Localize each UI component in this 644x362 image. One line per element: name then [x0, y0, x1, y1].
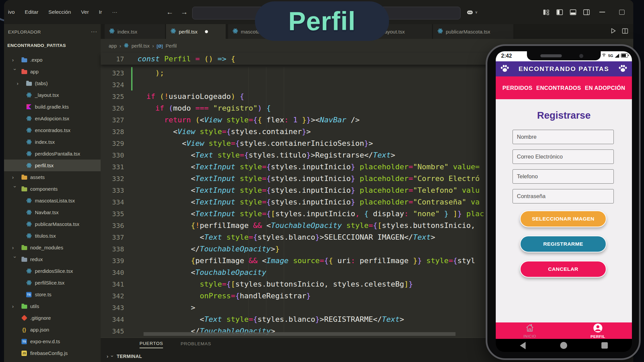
- input-Contraseña[interactable]: Contraseña: [513, 189, 614, 203]
- breadcrumb-symbol[interactable]: Perfil: [166, 43, 177, 49]
- file-utils[interactable]: ›utils: [4, 300, 101, 312]
- file-mascotasLista.tsx[interactable]: mascotasLista.tsx: [4, 195, 101, 206]
- file-perdidosSlice.tsx[interactable]: perdidosSlice.tsx: [4, 265, 101, 277]
- horizontal-scrollbar[interactable]: [144, 332, 455, 336]
- nav-ENCONTRADOS[interactable]: ENCONTRADOS: [536, 85, 581, 91]
- file-label: utils: [30, 303, 39, 309]
- file-perdidosPantalla.tsx[interactable]: perdidosPantalla.tsx: [4, 148, 101, 160]
- menu-item-1[interactable]: Editar: [25, 9, 39, 15]
- android-back-button[interactable]: [520, 342, 526, 349]
- apptab-PERFIL[interactable]: PERFIL: [564, 322, 632, 339]
- file-_layout.tsx[interactable]: _layout.tsx: [4, 89, 101, 101]
- code-token: [222, 116, 226, 124]
- split-editor-icon[interactable]: [622, 27, 629, 36]
- nav-EN ADOPCIÓN[interactable]: EN ADOPCIÓN: [585, 85, 625, 91]
- unsaved-dot-icon[interactable]: [205, 30, 208, 33]
- file-index.tsx[interactable]: index.tsx: [4, 136, 101, 148]
- tree-chevron-icon[interactable]: ›: [12, 68, 18, 77]
- code-token: Image: [266, 256, 288, 265]
- file-app[interactable]: ›app: [4, 66, 101, 77]
- panel-tab-PUERTOS[interactable]: PUERTOS: [140, 341, 163, 348]
- file-Navbar.tsx[interactable]: Navbar.tsx: [4, 206, 101, 218]
- tree-chevron-icon[interactable]: ›: [12, 245, 21, 250]
- nav-PERDIDOS[interactable]: PERDIDOS: [502, 85, 532, 91]
- tab-index.tsx[interactable]: index.tsx: [105, 24, 165, 39]
- file-enAdopcion.tsx[interactable]: enAdopcion.tsx: [4, 113, 101, 124]
- button-cancelar[interactable]: CANCELAR: [520, 261, 606, 278]
- minimize-button[interactable]: [599, 12, 605, 12]
- file-encontrados.tsx[interactable]: encontrados.tsx: [4, 124, 101, 136]
- restore-button[interactable]: [619, 10, 625, 15]
- menu-item-3[interactable]: Ver: [81, 9, 89, 15]
- tree-chevron-icon[interactable]: ›: [12, 57, 21, 63]
- hotspot-icon: [601, 53, 606, 58]
- file-assets[interactable]: ›assets: [4, 171, 101, 183]
- file-expo-env.d.ts[interactable]: TSexpo-env.d.ts: [4, 336, 101, 347]
- code-token: }: [351, 163, 355, 171]
- front-camera: [579, 54, 583, 58]
- file-redux[interactable]: ›redux: [4, 253, 101, 265]
- terminal-section-label[interactable]: TERMINAL: [117, 354, 142, 359]
- tree-chevron-icon[interactable]: ›: [12, 174, 21, 180]
- file-perfilSlice.tsx[interactable]: perfilSlice.tsx: [4, 277, 101, 289]
- button-seleccionar-imagen[interactable]: SELECCIONAR IMAGEN: [520, 210, 606, 227]
- android-home-button[interactable]: [560, 342, 567, 349]
- code-token: =: [409, 198, 413, 206]
- code-token: [422, 256, 426, 265]
- button-registrarme[interactable]: REGISTRARME: [520, 236, 606, 252]
- tree-chevron-icon[interactable]: ›: [12, 186, 18, 194]
- menu-item-5[interactable]: ···: [112, 9, 117, 15]
- file-label: publicarMascota.tsx: [35, 221, 79, 227]
- file-build.gradle.kts[interactable]: build.gradle.kts: [4, 101, 101, 113]
- run-icon[interactable]: [609, 27, 617, 36]
- breadcrumb-folder[interactable]: app: [109, 43, 117, 49]
- input-Nombre[interactable]: Nombre: [513, 130, 614, 144]
- panel-tab-PROBLEMAS[interactable]: PROBLEMAS: [180, 341, 211, 348]
- apptab-INICIO[interactable]: INICIO: [496, 322, 564, 339]
- breadcrumb-file[interactable]: perfil.tsx: [131, 43, 150, 49]
- back-arrow-icon[interactable]: ←: [166, 8, 173, 16]
- android-recents-button[interactable]: [601, 342, 608, 349]
- menu-item-0[interactable]: ivo: [8, 9, 15, 15]
- forward-arrow-icon[interactable]: →: [181, 8, 188, 16]
- input-Correo Electrónico[interactable]: Correo Electrónico: [513, 149, 614, 164]
- code-token: value=: [453, 163, 479, 171]
- file-titulos.tsx[interactable]: titulos.tsx: [4, 230, 101, 242]
- chevron-right-icon[interactable]: ›: [107, 353, 108, 359]
- file-store.ts[interactable]: TSstore.ts: [4, 289, 101, 300]
- copilot-menu[interactable]: ∨: [466, 0, 478, 24]
- menu-item-4[interactable]: Ir: [99, 9, 102, 15]
- react-icon: [170, 28, 176, 35]
- tree-chevron-icon[interactable]: ›: [17, 80, 25, 86]
- file-perfil.tsx[interactable]: perfil.tsx: [4, 160, 101, 171]
- tab-publicarMascota.tsx[interactable]: publicarMascota.tsx: [433, 24, 514, 39]
- file-(tabs)[interactable]: ›(tabs): [4, 77, 101, 89]
- customize-layout-icon[interactable]: [542, 8, 550, 16]
- explorer-title: EXPLORADOR: [8, 29, 41, 35]
- file-node_modules[interactable]: ›node_modules: [4, 242, 101, 253]
- file-.expo[interactable]: ›.expo: [4, 54, 101, 66]
- code-token: :: [404, 209, 409, 218]
- toggle-panel-icon[interactable]: [569, 8, 577, 16]
- file-.gitignore[interactable]: .gitignore: [4, 312, 101, 324]
- code-token: Text: [204, 233, 222, 241]
- toggle-sidebar-icon[interactable]: [556, 8, 564, 16]
- file-label: components: [30, 186, 58, 192]
- code-token: =: [262, 186, 266, 194]
- toggle-secondary-sidebar-icon[interactable]: [583, 8, 590, 16]
- input-Telefono[interactable]: Telefono: [513, 169, 614, 184]
- explorer-more-icon[interactable]: ···: [91, 29, 97, 35]
- project-root[interactable]: ENCONTRANDO_PATITAS: [7, 43, 66, 48]
- code-token: styl: [458, 256, 475, 265]
- file-app.json[interactable]: {}app.json: [4, 324, 101, 336]
- file-firebaseConfig.js[interactable]: JSfirebaseConfig.js: [4, 347, 101, 359]
- file-components[interactable]: ›components: [4, 183, 101, 195]
- tree-chevron-icon[interactable]: ›: [12, 303, 21, 309]
- code-token: TextInput: [195, 186, 235, 194]
- chevron-down-icon[interactable]: ›: [110, 355, 115, 357]
- tree-chevron-icon[interactable]: ›: [12, 256, 18, 265]
- file-publicarMascota.tsx[interactable]: publicarMascota.tsx: [4, 218, 101, 230]
- menu-item-2[interactable]: Selección: [48, 9, 71, 15]
- code-token: ]: [404, 280, 409, 288]
- tab-perfil.tsx[interactable]: perfil.tsx: [166, 24, 226, 39]
